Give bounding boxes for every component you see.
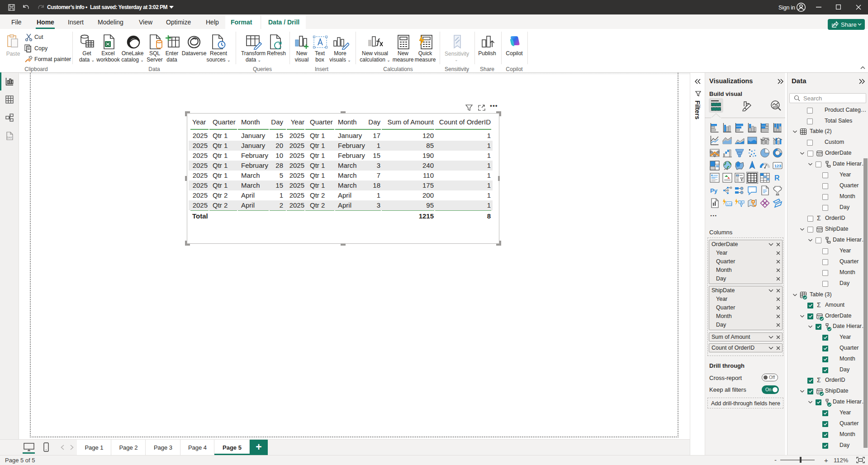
svg-text:R: R (774, 174, 780, 182)
svg-text:Py: Py (710, 187, 718, 194)
svg-text:DAX: DAX (7, 136, 12, 139)
svg-text:123: 123 (727, 203, 732, 206)
svg-text:123: 123 (774, 164, 781, 168)
